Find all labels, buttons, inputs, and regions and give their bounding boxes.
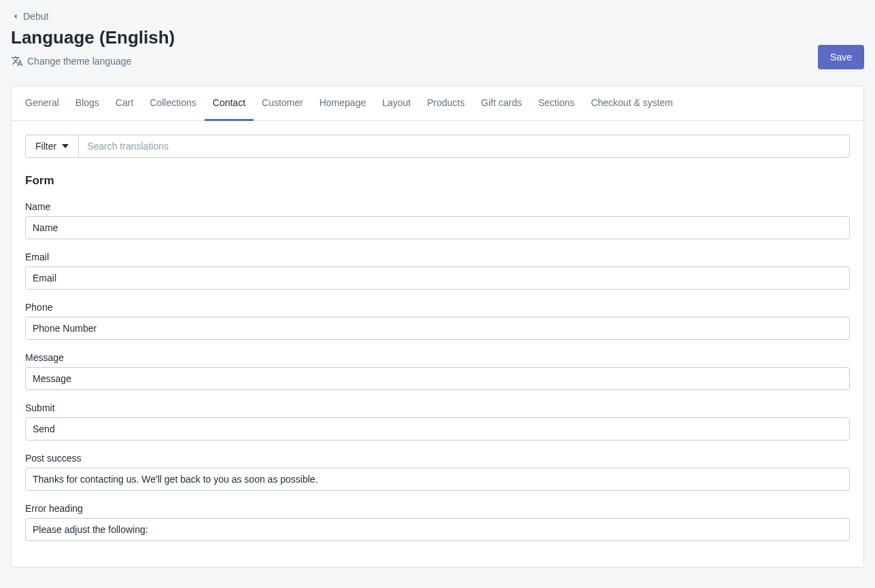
tab-label: Blogs <box>75 97 99 108</box>
filter-button[interactable]: Filter <box>25 135 78 158</box>
tab-contact[interactable]: Contact <box>205 86 254 121</box>
tab-label: Sections <box>538 97 574 108</box>
field-input[interactable] <box>25 266 850 290</box>
change-theme-language-link[interactable]: Change theme language <box>11 55 131 67</box>
translation-field: Email <box>25 252 850 290</box>
tab-label: Contact <box>213 97 245 108</box>
page-title: Language (English) <box>11 27 818 48</box>
field-label: Error heading <box>25 503 850 514</box>
tab-blogs[interactable]: Blogs <box>67 86 107 121</box>
field-input[interactable] <box>25 317 850 340</box>
tab-general[interactable]: General <box>17 86 67 121</box>
field-label: Email <box>25 252 850 262</box>
field-label: Message <box>25 352 850 363</box>
translation-field: Post success <box>25 453 850 491</box>
tab-label: Products <box>427 97 464 108</box>
field-label: Phone <box>25 302 850 313</box>
tab-gift-cards[interactable]: Gift cards <box>473 86 530 121</box>
tab-label: Homepage <box>320 97 366 108</box>
translation-field: Submit <box>25 402 850 440</box>
tab-customer[interactable]: Customer <box>254 86 311 121</box>
translation-field: Phone <box>25 302 850 340</box>
translate-icon <box>11 55 23 67</box>
field-input[interactable] <box>25 518 850 541</box>
tab-label: Customer <box>262 97 303 108</box>
field-label: Submit <box>25 402 850 413</box>
tab-layout[interactable]: Layout <box>374 86 419 121</box>
field-input[interactable] <box>25 367 850 390</box>
filter-button-label: Filter <box>35 141 56 152</box>
tab-sections[interactable]: Sections <box>530 86 583 121</box>
tab-cart[interactable]: Cart <box>107 86 141 121</box>
translation-field: Name <box>25 201 850 239</box>
translation-field: Message <box>25 352 850 390</box>
field-input[interactable] <box>25 468 850 491</box>
translations-card: GeneralBlogsCartCollectionsContactCustom… <box>11 86 864 568</box>
section-heading: Form <box>25 174 850 188</box>
tab-label: Gift cards <box>481 97 522 108</box>
field-label: Name <box>25 201 850 212</box>
change-theme-language-label: Change theme language <box>27 56 131 67</box>
tab-checkout-system[interactable]: Checkout & system <box>583 86 681 121</box>
tab-products[interactable]: Products <box>419 86 473 121</box>
field-label: Post success <box>25 453 850 464</box>
tab-label: General <box>25 97 59 108</box>
tab-label: Collections <box>150 97 196 108</box>
tab-label: Cart <box>116 97 133 108</box>
tab-collections[interactable]: Collections <box>141 86 204 121</box>
caret-down-icon <box>62 143 69 150</box>
search-input[interactable] <box>78 135 850 158</box>
tab-label: Layout <box>382 97 411 108</box>
field-input[interactable] <box>25 216 850 239</box>
breadcrumb-label: Debut <box>23 11 48 22</box>
chevron-left-icon <box>11 12 20 21</box>
tab-homepage[interactable]: Homepage <box>311 86 375 121</box>
tab-label: Checkout & system <box>591 97 673 108</box>
field-input[interactable] <box>25 417 850 440</box>
translation-field: Error heading <box>25 503 850 541</box>
save-button[interactable]: Save <box>818 45 864 69</box>
tabs-container: GeneralBlogsCartCollectionsContactCustom… <box>12 86 863 121</box>
breadcrumb-back[interactable]: Debut <box>11 11 48 22</box>
